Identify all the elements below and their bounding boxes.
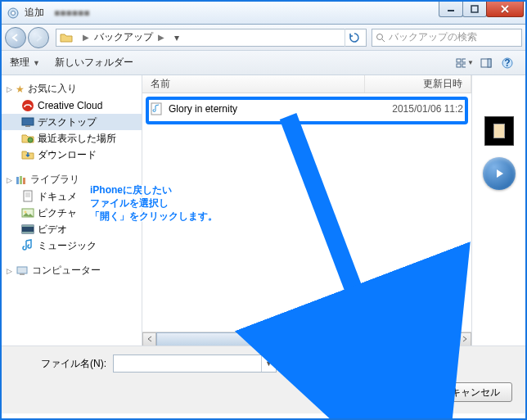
svg-rect-27 xyxy=(20,273,25,275)
minimize-button[interactable] xyxy=(439,1,463,17)
refresh-button[interactable] xyxy=(345,29,363,47)
toolbar: 整理▼ 新しいフォルダー ▼ ? xyxy=(2,51,525,75)
preview-pane xyxy=(471,75,525,345)
help-button[interactable]: ? xyxy=(498,54,517,72)
search-icon xyxy=(376,33,385,43)
sidebar: ▷★お気に入り Creative Cloud デスクトップ 最近表示した場所 ダ… xyxy=(2,75,142,345)
sidebar-item-desktop[interactable]: デスクトップ xyxy=(2,114,142,130)
view-mode-button[interactable]: ▼ xyxy=(455,54,475,72)
crumb-sep: ▶ xyxy=(158,33,164,42)
maximize-button[interactable] xyxy=(462,1,487,17)
window-title: 追加 xyxy=(25,6,44,20)
folder-icon xyxy=(60,32,73,43)
cancel-button[interactable]: キャンセル xyxy=(439,382,512,402)
preview-play-button[interactable] xyxy=(483,157,516,190)
titlebar: 追加 ■■■■■■ xyxy=(2,2,525,25)
svg-rect-14 xyxy=(22,118,34,125)
main-area: ▷★お気に入り Creative Cloud デスクトップ 最近表示した場所 ダ… xyxy=(2,75,525,345)
svg-rect-24 xyxy=(22,225,34,227)
file-pane: 名前 更新日時 Glory in eternity 2015/01/06 11:… xyxy=(142,75,471,345)
svg-rect-15 xyxy=(25,125,30,127)
svg-point-16 xyxy=(28,138,33,142)
file-type-select[interactable]: すべてのファイル (*.*)▼ xyxy=(285,355,416,373)
svg-rect-8 xyxy=(462,64,466,67)
svg-rect-7 xyxy=(457,64,461,67)
svg-rect-5 xyxy=(457,59,461,62)
scroll-left-icon[interactable] xyxy=(142,332,156,346)
navbar: ▶ バックアップ ▶ ▾ バックアップの検索 xyxy=(2,25,525,51)
search-input[interactable]: バックアップの検索 xyxy=(372,29,522,47)
sidebar-group-libraries[interactable]: ▷ライブラリ xyxy=(2,171,142,188)
column-date[interactable]: 更新日時 xyxy=(365,75,471,93)
sidebar-group-computer[interactable]: ▷コンピューター xyxy=(2,262,142,279)
nav-forward-button[interactable] xyxy=(28,27,49,48)
svg-text:?: ? xyxy=(504,57,510,69)
nav-back-button[interactable] xyxy=(5,27,26,48)
address-bar[interactable]: ▶ バックアップ ▶ ▾ xyxy=(56,29,367,47)
svg-rect-17 xyxy=(16,177,19,184)
preview-thumbnail xyxy=(484,116,514,146)
music-file-icon xyxy=(151,102,164,115)
svg-rect-10 xyxy=(488,59,491,67)
column-headers: 名前 更新日時 xyxy=(142,75,471,93)
sidebar-item-music[interactable]: ミュージック xyxy=(2,237,142,254)
filename-input[interactable]: ▼ xyxy=(113,355,277,373)
file-row[interactable]: Glory in eternity 2015/01/06 11:2 xyxy=(142,100,471,118)
chevron-down-icon[interactable]: ▼ xyxy=(261,355,276,372)
svg-rect-18 xyxy=(20,176,22,184)
sidebar-item-creative-cloud[interactable]: Creative Cloud xyxy=(2,97,142,114)
svg-rect-6 xyxy=(462,59,466,62)
svg-point-13 xyxy=(22,100,34,111)
svg-rect-3 xyxy=(471,6,478,12)
svg-point-4 xyxy=(377,34,383,39)
sidebar-item-recent[interactable]: 最近表示した場所 xyxy=(2,130,142,147)
new-folder-button[interactable]: 新しいフォルダー xyxy=(55,56,133,70)
chevron-down-icon[interactable]: ▼ xyxy=(400,355,415,372)
search-placeholder: バックアップの検索 xyxy=(389,30,477,44)
scroll-thumb[interactable] xyxy=(156,332,337,346)
close-button[interactable] xyxy=(486,1,524,17)
open-button-dropdown[interactable]: ▼ xyxy=(415,382,432,402)
sidebar-item-pictures[interactable]: ピクチャ xyxy=(2,205,142,221)
crumb-0[interactable]: バックアップ xyxy=(94,30,153,44)
window-subtitle: ■■■■■■ xyxy=(54,7,90,19)
svg-rect-19 xyxy=(23,178,25,184)
app-icon xyxy=(7,7,20,20)
preview-pane-button[interactable] xyxy=(476,54,496,72)
svg-rect-26 xyxy=(17,267,27,273)
svg-rect-25 xyxy=(22,232,34,233)
sidebar-group-favorites[interactable]: ▷★お気に入り xyxy=(2,80,142,97)
window-controls xyxy=(439,1,524,17)
sidebar-item-downloads[interactable]: ダウンロード xyxy=(2,147,142,163)
file-date: 2015/01/06 11:2 xyxy=(357,103,463,115)
svg-rect-2 xyxy=(448,10,454,11)
addr-drop-icon[interactable]: ▾ xyxy=(169,32,184,43)
scroll-right-icon[interactable] xyxy=(457,332,471,346)
file-list[interactable]: Glory in eternity 2015/01/06 11:2 xyxy=(142,93,471,332)
open-button-group: 開く(O) ▼ xyxy=(357,382,432,402)
horizontal-scrollbar[interactable] xyxy=(142,332,471,345)
svg-point-22 xyxy=(25,211,27,214)
sidebar-item-videos[interactable]: ビデオ xyxy=(2,221,142,237)
sidebar-item-documents[interactable]: ドキュメ xyxy=(2,188,142,205)
file-name: Glory in eternity xyxy=(169,103,357,115)
open-button[interactable]: 開く(O) xyxy=(357,382,415,402)
filename-label: ファイル名(N): xyxy=(15,357,113,371)
column-name[interactable]: 名前 xyxy=(142,75,365,93)
crumb-sep: ▶ xyxy=(83,33,89,42)
svg-rect-28 xyxy=(151,103,161,115)
svg-point-1 xyxy=(11,11,16,15)
bottom-panel: ファイル名(N): ▼ すべてのファイル (*.*)▼ 開く(O) ▼ キャンセ… xyxy=(2,345,525,413)
organize-menu[interactable]: 整理▼ xyxy=(10,56,40,70)
